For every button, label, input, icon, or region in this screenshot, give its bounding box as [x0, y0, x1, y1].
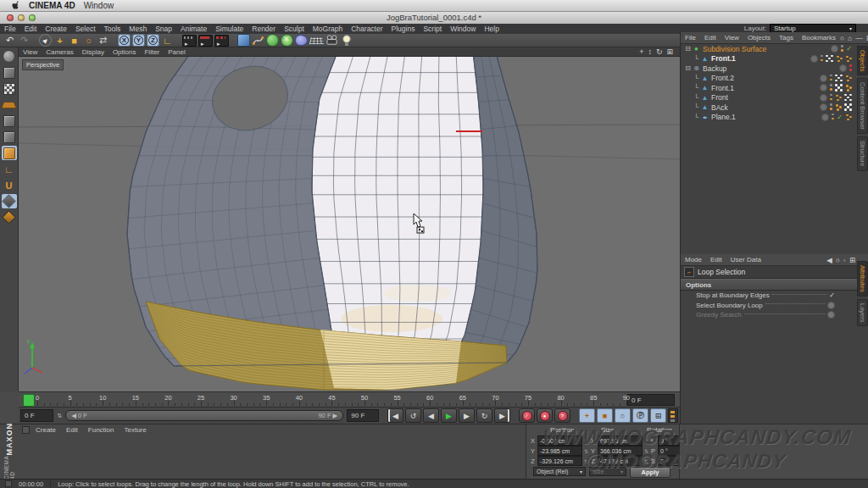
selection-tag-icon[interactable] [845, 75, 852, 82]
add-light-menu-icon[interactable] [340, 35, 353, 47]
rotation-keys-toggle[interactable]: ○ [615, 408, 631, 423]
y-axis-lock-toggle[interactable]: Y [132, 34, 145, 47]
loop-mode-button[interactable]: ↻ [476, 408, 492, 423]
add-camera-menu-icon[interactable] [326, 35, 338, 47]
enable-toggle[interactable] [820, 94, 827, 102]
axis-mode-button[interactable]: ∟ [2, 162, 17, 176]
visibility-dots[interactable] [841, 45, 843, 53]
render-settings-button-icon[interactable] [214, 35, 229, 47]
macos-app-name[interactable]: CINEMA 4D [29, 1, 75, 10]
om-menu-bookmarks[interactable]: Bookmarks [798, 34, 840, 42]
object-name[interactable]: Front [711, 93, 728, 102]
live-selection-tool-icon[interactable]: ▶ [36, 31, 54, 49]
phong-tag-icon[interactable] [835, 84, 843, 92]
om-menu-objects[interactable]: Objects [743, 34, 775, 42]
goto-start-button[interactable]: ◀ [387, 408, 403, 423]
points-mode-button[interactable] [2, 114, 17, 128]
enable-toggle[interactable] [820, 103, 827, 111]
position-keys-toggle[interactable]: + [579, 408, 595, 423]
phong-tag-icon[interactable] [844, 94, 852, 102]
object-row[interactable]: └▲Front.1 [684, 54, 854, 64]
enable-toggle[interactable] [810, 55, 818, 63]
stepper-icon[interactable]: ⇅ [644, 458, 648, 464]
edges-mode-button[interactable] [2, 130, 17, 144]
object-row[interactable]: ⊟●Subdivision Surface✓ [684, 44, 854, 54]
menu-character[interactable]: Character [347, 25, 387, 33]
autokey-button[interactable]: ● [537, 408, 553, 423]
menu-help[interactable]: Help [480, 25, 503, 33]
stepper-icon[interactable]: ⇅ [584, 448, 588, 454]
selection-tag-icon[interactable] [845, 55, 852, 63]
object-name[interactable]: BAck [711, 103, 728, 112]
play-backwards-button[interactable]: ↺ [405, 408, 421, 423]
apple-logo-icon[interactable] [12, 1, 20, 10]
visibility-dots[interactable] [832, 114, 834, 121]
phong-tag-icon[interactable] [835, 75, 843, 82]
am-menu-user-data[interactable]: User Data [726, 256, 765, 263]
viewport-menu-display[interactable]: Display [78, 48, 108, 56]
menu-plugins[interactable]: Plugins [387, 25, 420, 33]
viewport-menu-panel[interactable]: Panel [164, 48, 189, 56]
object-name[interactable]: Front.1 [711, 84, 734, 92]
search-icon[interactable]: ○ [840, 34, 844, 42]
stepper-icon[interactable]: ⇅ [644, 448, 648, 454]
zoom-view-icon[interactable]: ↕ [648, 47, 652, 56]
snap-settings-button[interactable] [2, 194, 17, 208]
visibility-dots[interactable] [830, 84, 832, 92]
range-start-field[interactable]: 0 F [20, 409, 53, 422]
object-name[interactable]: Subdivision Surface [703, 45, 766, 53]
play-button[interactable]: ▶ [441, 408, 457, 423]
polygons-mode-button[interactable] [2, 146, 17, 160]
visibility-dots[interactable] [830, 94, 832, 102]
phong-tag-icon[interactable] [826, 55, 833, 63]
add-subdivision-surface-menu-icon[interactable] [266, 34, 279, 47]
am-menu-edit[interactable]: Edit [706, 256, 726, 263]
object-row[interactable]: └◆Plane.1✓ [684, 113, 854, 123]
menu-simulate[interactable]: Simulate [211, 25, 248, 33]
model-mode-button[interactable] [2, 65, 17, 80]
range-end-field[interactable]: 90 F [347, 409, 379, 422]
timeline-playhead[interactable] [23, 394, 35, 407]
x-axis-lock-toggle[interactable]: X [118, 34, 131, 47]
menu-render[interactable]: Render [248, 25, 280, 33]
camera-label[interactable]: Perspective [22, 59, 64, 70]
size-x-field[interactable]: 697.93 cm [598, 435, 643, 446]
checkbox-checked-icon[interactable]: ✓ [829, 291, 835, 299]
size-mode-dropdown[interactable]: Size▾ [589, 467, 626, 476]
tab-objects[interactable]: Objects [857, 46, 868, 75]
macos-menu-window[interactable]: Window [84, 1, 114, 10]
coordinate-mode-dropdown[interactable]: Object (Rel)▾ [533, 467, 586, 476]
search-icon[interactable]: ○ [836, 256, 840, 264]
timeline-ruler[interactable]: 0 F 051015202530354045505560657075808590 [19, 391, 680, 407]
object-row[interactable]: ⊟⊕Backup [684, 64, 854, 74]
stepper-icon[interactable]: ⇅ [644, 438, 648, 444]
pla-keys-toggle[interactable]: ⊞ [650, 408, 666, 423]
mat-menu-edit[interactable]: Edit [62, 426, 82, 434]
menu-mesh[interactable]: Mesh [125, 25, 151, 33]
enable-toggle[interactable] [820, 75, 827, 82]
z-axis-lock-toggle[interactable]: Z [147, 34, 159, 47]
om-menu-file[interactable]: File [681, 34, 700, 42]
viewport-menu-options[interactable]: Options [108, 48, 141, 56]
selection-tag-icon[interactable] [835, 94, 842, 102]
checkbox-unchecked-icon[interactable] [827, 311, 835, 319]
menu-sculpt[interactable]: Sculpt [280, 25, 309, 33]
enabled-check-icon[interactable]: ✓ [837, 114, 843, 121]
apply-button[interactable]: Apply [630, 467, 670, 478]
enable-toggle[interactable] [821, 114, 829, 121]
selection-tag-icon[interactable] [836, 55, 843, 63]
enable-toggle[interactable] [839, 64, 847, 72]
add-floor-menu-icon[interactable] [308, 37, 325, 45]
add-spline-menu-icon[interactable] [252, 35, 264, 47]
selection-tag-icon[interactable] [845, 84, 852, 92]
range-stepper[interactable]: ⇅ [57, 413, 62, 419]
options-section-header[interactable]: Options [681, 279, 868, 291]
parameter-keys-toggle[interactable]: Ⓟ [632, 408, 648, 423]
selection-tag-icon[interactable] [835, 103, 842, 111]
object-row[interactable]: └▲Front [684, 93, 854, 103]
filter-icon[interactable]: — [855, 34, 863, 42]
mat-menu-function[interactable]: Function [84, 426, 119, 434]
timeline-scrollbar[interactable]: ◀ 0 F 90 F ▶ [65, 410, 343, 421]
back-arrow-icon[interactable]: ◀ [826, 256, 832, 264]
object-row[interactable]: └▲Front.1 [684, 83, 854, 93]
